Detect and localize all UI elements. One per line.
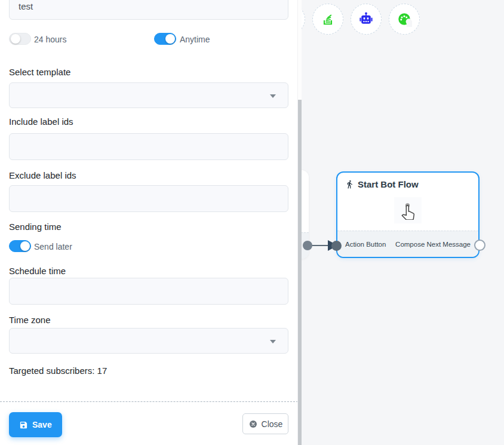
broadcast-settings-panel: 24 hours Anytime Select template Include…	[0, 0, 298, 445]
broadcast-title-input[interactable]	[9, 0, 288, 20]
robot-icon	[358, 11, 374, 27]
stack-icon	[320, 11, 336, 27]
node-footer: Action Button Compose Next Message	[337, 231, 478, 257]
exclude-label-ids-input[interactable]	[9, 185, 288, 212]
node-header: Start Bot Flow	[337, 173, 478, 189]
select-template-label: Select template	[9, 67, 70, 77]
targeted-subscribers-text: Targeted subscribers: 17	[9, 366, 107, 376]
node-title: Start Bot Flow	[358, 179, 419, 189]
chevron-down-icon	[270, 340, 276, 343]
bot-flow-builder: 24 hours Anytime Select template Include…	[0, 0, 504, 445]
toolbar-circle[interactable]	[351, 4, 382, 35]
send-later-toggle[interactable]	[9, 240, 31, 252]
include-label-ids-input[interactable]	[9, 133, 288, 160]
connector-source-port[interactable]	[303, 241, 312, 250]
include-label-ids-label: Include label ids	[9, 116, 73, 127]
walking-person-icon	[345, 180, 354, 189]
exclude-label-ids-label: Exclude label ids	[9, 170, 76, 180]
toolbar-circle-partial[interactable]	[302, 4, 305, 35]
chevron-down-icon	[270, 94, 276, 98]
compose-next-message-label[interactable]: Compose Next Message	[395, 241, 471, 248]
template-select[interactable]	[9, 82, 288, 108]
toolbar-circle[interactable]	[312, 4, 343, 35]
node-output-port[interactable]	[474, 240, 485, 251]
node-input-port[interactable]	[331, 241, 342, 251]
close-button[interactable]: Close	[242, 413, 288, 434]
targeted-subscribers-count: 17	[97, 366, 107, 376]
start-bot-flow-node[interactable]: Start Bot Flow Action Button Compose Nex…	[336, 171, 480, 258]
time-zone-label: Time zone	[9, 315, 50, 325]
sending-time-label: Sending time	[9, 222, 62, 232]
close-circle-icon	[248, 419, 258, 429]
save-button[interactable]: Save	[9, 412, 62, 437]
flow-canvas[interactable]: Start Bot Flow Action Button Compose Nex…	[302, 0, 504, 445]
hand-cursor-overlay	[394, 197, 422, 223]
hand-pointer-icon	[398, 201, 417, 220]
footer-divider	[0, 401, 298, 402]
palette-icon	[397, 11, 412, 27]
toolbar-circle[interactable]	[389, 4, 420, 35]
anytime-toggle[interactable]	[154, 33, 176, 45]
save-icon	[19, 421, 28, 429]
anytime-label: Anytime	[180, 35, 210, 44]
schedule-time-input[interactable]	[9, 278, 288, 305]
24-hours-toggle[interactable]	[9, 33, 31, 45]
toggle-knob	[165, 34, 175, 44]
time-zone-select[interactable]	[9, 328, 288, 354]
schedule-time-label: Schedule time	[9, 266, 66, 276]
send-later-label: Send later	[34, 242, 72, 251]
action-button-label[interactable]: Action Button	[345, 241, 386, 248]
24-hours-label: 24 hours	[34, 35, 66, 44]
toggle-knob	[11, 34, 20, 44]
toggle-knob	[20, 241, 30, 251]
